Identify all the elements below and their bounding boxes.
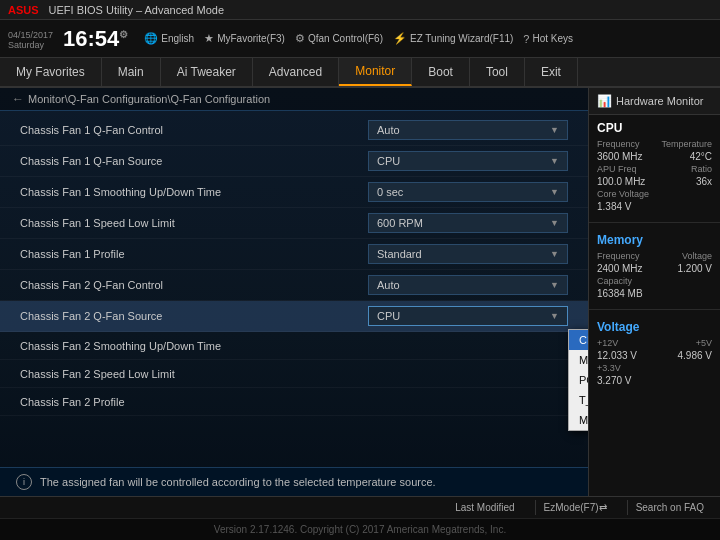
setting-row-chassis1-profile: Chassis Fan 1 Profile Standard ▼	[0, 239, 588, 270]
nav-monitor[interactable]: Monitor	[339, 58, 412, 86]
hw-cpu-section: CPU Frequency Temperature 3600 MHz 42°C …	[589, 115, 720, 218]
dropdown-option-tsensor[interactable]: T_Sensor	[569, 390, 588, 410]
bottom-bar: Last Modified EzMode(F7)⇄ Search on FAQ	[0, 496, 720, 518]
settings-list: Chassis Fan 1 Q-Fan Control Auto ▼ Chass…	[0, 111, 588, 420]
last-modified-button[interactable]: Last Modified	[447, 500, 522, 515]
chassis1-profile-dropdown[interactable]: Standard ▼	[368, 244, 568, 264]
setting-row-chassis2-speed: Chassis Fan 2 Speed Low Limit	[0, 360, 588, 388]
chassis1-profile-label: Chassis Fan 1 Profile	[20, 248, 368, 260]
setting-row-chassis1-qfan-control: Chassis Fan 1 Q-Fan Control Auto ▼	[0, 115, 588, 146]
dropdown-option-pch[interactable]: PCH	[569, 370, 588, 390]
hw-monitor-title: Hardware Monitor	[616, 95, 703, 107]
hw-panel-title: 📊 Hardware Monitor	[589, 88, 720, 115]
qfan-label: Qfan Control(F6)	[308, 33, 383, 44]
hw-core-voltage-value-row: 1.384 V	[597, 201, 712, 212]
hw-5v-label: +5V	[696, 338, 712, 348]
breadcrumb: ← Monitor\Q-Fan Configuration\Q-Fan Conf…	[0, 88, 588, 111]
hw-voltage-title: Voltage	[597, 320, 712, 334]
nav-my-favorites[interactable]: My Favorites	[0, 58, 102, 86]
dropdown-arrow-icon: ▼	[550, 280, 559, 290]
language-link[interactable]: 🌐 English	[144, 32, 194, 45]
hw-12v-label: +12V	[597, 338, 618, 348]
hw-ratio-value: 36x	[696, 176, 712, 187]
footer: Version 2.17.1246. Copyright (C) 2017 Am…	[0, 518, 720, 540]
hw-cpu-freq-temp-labels: Frequency Temperature	[597, 139, 712, 149]
dropdown-option-cpu[interactable]: CPU	[569, 330, 588, 350]
top-links: 🌐 English ★ MyFavorite(F3) ⚙ Qfan Contro…	[144, 32, 573, 45]
nav-ai-tweaker[interactable]: Ai Tweaker	[161, 58, 253, 86]
hw-divider-2	[589, 309, 720, 310]
hw-cpu-title: CPU	[597, 121, 712, 135]
language-icon: 🌐	[144, 32, 158, 45]
top-bar: ASUS UEFI BIOS Utility – Advanced Mode	[0, 0, 720, 20]
nav-advanced[interactable]: Advanced	[253, 58, 339, 86]
hotkeys-link[interactable]: ? Hot Keys	[523, 32, 573, 45]
time-value: 16:54	[63, 26, 119, 51]
setting-row-chassis2-smooth: Chassis Fan 2 Smoothing Up/Down Time	[0, 332, 588, 360]
hw-mem-freq-label: Frequency	[597, 251, 640, 261]
ez-tuning-link[interactable]: ⚡ EZ Tuning Wizard(F11)	[393, 32, 513, 45]
day-display: Saturday	[8, 40, 53, 50]
setting-row-chassis1-speed: Chassis Fan 1 Speed Low Limit 600 RPM ▼	[0, 208, 588, 239]
hw-apu-freq-value: 100.0 MHz	[597, 176, 645, 187]
hw-mem-freq-value: 2400 MHz	[597, 263, 643, 274]
date-display: 04/15/2017	[8, 30, 53, 40]
chassis1-qfan-control-dropdown[interactable]: Auto ▼	[368, 120, 568, 140]
nav-boot[interactable]: Boot	[412, 58, 470, 86]
nav-main[interactable]: Main	[102, 58, 161, 86]
chassis2-profile-label: Chassis Fan 2 Profile	[20, 396, 368, 408]
hw-mem-volt-label: Voltage	[682, 251, 712, 261]
nav-exit[interactable]: Exit	[525, 58, 578, 86]
info-text: The assigned fan will be controlled acco…	[40, 476, 436, 488]
hw-apu-ratio-values: 100.0 MHz 36x	[597, 176, 712, 187]
chassis1-qfan-source-value: CPU	[377, 155, 400, 167]
chassis2-speed-label: Chassis Fan 2 Speed Low Limit	[20, 368, 368, 380]
chassis1-qfan-control-label: Chassis Fan 1 Q-Fan Control	[20, 124, 368, 136]
nav-tool[interactable]: Tool	[470, 58, 525, 86]
hw-cpu-freq-label: Frequency	[597, 139, 640, 149]
hw-monitor-icon: 📊	[597, 94, 612, 108]
hw-core-voltage-value: 1.384 V	[597, 201, 631, 212]
hw-apu-ratio-labels: APU Freq Ratio	[597, 164, 712, 174]
dropdown-arrow-icon: ▼	[550, 156, 559, 166]
info-bar: i The assigned fan will be controlled ac…	[0, 467, 588, 496]
chassis1-qfan-control-value: Auto	[377, 124, 400, 136]
search-faq-button[interactable]: Search on FAQ	[627, 500, 712, 515]
dropdown-arrow-icon: ▼	[550, 125, 559, 135]
chassis2-qfan-control-dropdown[interactable]: Auto ▼	[368, 275, 568, 295]
qfan-link[interactable]: ⚙ Qfan Control(F6)	[295, 32, 383, 45]
hw-memory-title: Memory	[597, 233, 712, 247]
nav-bar: My Favorites Main Ai Tweaker Advanced Mo…	[0, 58, 720, 88]
hw-mem-freq-volt-labels: Frequency Voltage	[597, 251, 712, 261]
chassis1-smooth-dropdown[interactable]: 0 sec ▼	[368, 182, 568, 202]
hotkeys-label: Hot Keys	[532, 33, 573, 44]
footer-text: Version 2.17.1246. Copyright (C) 2017 Am…	[214, 524, 506, 535]
back-button[interactable]: ←	[12, 92, 24, 106]
chassis2-smooth-label: Chassis Fan 2 Smoothing Up/Down Time	[20, 340, 368, 352]
ezmode-button[interactable]: EzMode(F7)⇄	[535, 500, 615, 515]
breadcrumb-path: Monitor\Q-Fan Configuration\Q-Fan Config…	[28, 93, 270, 105]
bios-title: UEFI BIOS Utility – Advanced Mode	[49, 4, 224, 16]
chassis1-speed-dropdown[interactable]: 600 RPM ▼	[368, 213, 568, 233]
hw-12v-value: 12.033 V	[597, 350, 637, 361]
hw-mem-cap-label-row: Capacity	[597, 276, 712, 286]
myfavorites-link[interactable]: ★ MyFavorite(F3)	[204, 32, 285, 45]
datetime: 04/15/2017 Saturday	[8, 30, 53, 50]
chassis1-qfan-source-dropdown[interactable]: CPU ▼	[368, 151, 568, 171]
hw-voltage-section: Voltage +12V +5V 12.033 V 4.986 V +3.3V …	[589, 314, 720, 392]
favorites-icon: ★	[204, 32, 214, 45]
dropdown-arrow-icon: ▼	[550, 187, 559, 197]
hw-ratio-label: Ratio	[691, 164, 712, 174]
hw-divider-1	[589, 222, 720, 223]
dropdown-options-list: CPU MotherBoard PCH T_Sensor Multiple So…	[568, 329, 588, 431]
dropdown-option-multiple[interactable]: Multiple Sources	[569, 410, 588, 430]
hw-apu-label: APU Freq	[597, 164, 637, 174]
content-area: ← Monitor\Q-Fan Configuration\Q-Fan Conf…	[0, 88, 720, 496]
hw-33v-value: 3.270 V	[597, 375, 631, 386]
dropdown-option-motherboard[interactable]: MotherBoard	[569, 350, 588, 370]
chassis2-qfan-source-dropdown[interactable]: CPU ▼	[368, 306, 568, 326]
hw-volt-33-value-row: 3.270 V	[597, 375, 712, 386]
time-gear-icon[interactable]: ⚙	[119, 28, 128, 39]
hw-volt-12-5-labels: +12V +5V	[597, 338, 712, 348]
hw-volt-33-label-row: +3.3V	[597, 363, 712, 373]
